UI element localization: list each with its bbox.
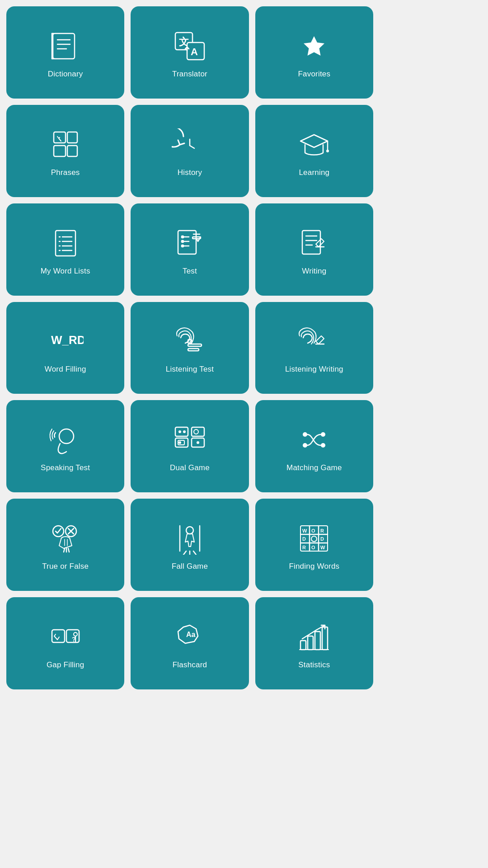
- favorites-label: Favorites: [298, 70, 330, 79]
- tile-favorites[interactable]: Favorites: [255, 6, 373, 99]
- svg-line-71: [183, 551, 186, 555]
- svg-rect-97: [308, 636, 313, 650]
- tile-translator[interactable]: 文 A Translator: [131, 6, 249, 99]
- svg-rect-50: [175, 438, 188, 447]
- svg-rect-96: [300, 641, 306, 650]
- learning-icon: [294, 127, 334, 163]
- flashcard-label: Flashcard: [173, 660, 207, 670]
- speaking-test-label: Speaking Test: [41, 463, 90, 472]
- svg-rect-44: [188, 344, 202, 346]
- svg-text:W_RD: W_RD: [51, 333, 84, 347]
- statistics-icon: [294, 619, 334, 655]
- svg-rect-13: [54, 146, 66, 156]
- tile-my-word-lists[interactable]: My Word Lists: [6, 203, 124, 296]
- svg-text:?: ?: [72, 636, 76, 643]
- svg-text:R: R: [302, 545, 306, 550]
- svg-text:O: O: [311, 545, 315, 550]
- svg-rect-15: [67, 146, 77, 156]
- history-label: History: [178, 168, 202, 177]
- tile-fall-game[interactable]: Fall Game: [131, 499, 249, 591]
- svg-text:R: R: [320, 528, 324, 533]
- dictionary-label: Dictionary: [48, 70, 83, 79]
- matching-game-label: Matching Game: [286, 463, 342, 472]
- tile-true-or-false[interactable]: True or False: [6, 499, 124, 591]
- tile-listening-writing[interactable]: Listening Writing: [255, 302, 373, 394]
- tile-test[interactable]: Test: [131, 203, 249, 296]
- svg-rect-14: [67, 132, 77, 143]
- tile-dictionary[interactable]: Dictionary: [6, 6, 124, 99]
- svg-text:W: W: [320, 545, 325, 550]
- tile-speaking-test[interactable]: Speaking Test: [6, 400, 124, 492]
- true-or-false-icon: [45, 520, 86, 557]
- svg-line-69: [68, 548, 69, 552]
- matching-game-icon: [294, 422, 334, 458]
- svg-rect-46: [188, 340, 192, 343]
- tile-writing[interactable]: Writing: [255, 203, 373, 296]
- dual-game-icon: [169, 422, 210, 458]
- svg-rect-45: [188, 349, 199, 351]
- fall-game-icon: [169, 520, 210, 557]
- tile-matching-game[interactable]: Matching Game: [255, 400, 373, 492]
- tile-flashcard[interactable]: Aa Flashcard: [131, 597, 249, 689]
- tile-word-filling[interactable]: W_RD Word Filling: [6, 302, 124, 394]
- my-word-lists-label: My Word Lists: [41, 267, 90, 276]
- svg-rect-20: [56, 231, 75, 256]
- dictionary-icon: [45, 28, 86, 64]
- svg-rect-0: [53, 33, 75, 59]
- gap-filling-icon: ?: [45, 619, 86, 655]
- word-filling-label: Word Filling: [45, 365, 86, 374]
- fall-game-label: Fall Game: [172, 562, 208, 571]
- svg-rect-49: [175, 427, 188, 436]
- listening-writing-label: Listening Writing: [285, 365, 343, 374]
- svg-text:W: W: [302, 528, 307, 533]
- tile-statistics[interactable]: Statistics: [255, 597, 373, 689]
- svg-point-61: [321, 432, 325, 437]
- svg-point-62: [321, 443, 325, 448]
- svg-point-60: [303, 443, 307, 448]
- svg-line-67: [64, 548, 65, 552]
- tile-history[interactable]: History: [131, 105, 249, 197]
- phrases-icon: [45, 127, 86, 163]
- dual-game-label: Dual Game: [170, 463, 210, 472]
- svg-point-53: [178, 430, 181, 433]
- svg-text:D: D: [302, 536, 306, 542]
- tile-phrases[interactable]: Phrases: [6, 105, 124, 197]
- listening-test-label: Listening Test: [166, 365, 214, 374]
- svg-point-85: [311, 536, 317, 542]
- listening-test-icon: [169, 323, 210, 359]
- learning-label: Learning: [299, 168, 329, 177]
- svg-point-55: [178, 441, 181, 444]
- svg-point-54: [183, 430, 186, 433]
- svg-text:D: D: [320, 536, 324, 542]
- favorites-icon: [294, 28, 334, 64]
- svg-rect-98: [315, 632, 320, 650]
- svg-point-70: [186, 527, 193, 534]
- svg-rect-99: [322, 627, 328, 650]
- tile-listening-test[interactable]: Listening Test: [131, 302, 249, 394]
- app-grid: Dictionary 文 A Translator Favorites: [0, 0, 380, 696]
- svg-text:Aa: Aa: [186, 631, 196, 638]
- true-or-false-label: True or False: [42, 562, 89, 571]
- svg-line-73: [193, 551, 196, 555]
- tile-dual-game[interactable]: Dual Game: [131, 400, 249, 492]
- translator-label: Translator: [172, 70, 207, 79]
- tile-finding-words[interactable]: W O R D D R O W Finding Words: [255, 499, 373, 591]
- tile-gap-filling[interactable]: ? Gap Filling: [6, 597, 124, 689]
- svg-point-57: [194, 429, 198, 434]
- test-label: Test: [183, 267, 197, 276]
- listening-writing-icon: [294, 323, 334, 359]
- tile-learning[interactable]: Learning: [255, 105, 373, 197]
- test-icon: [169, 225, 210, 261]
- history-icon: [169, 127, 210, 163]
- svg-point-58: [197, 441, 199, 444]
- finding-words-label: Finding Words: [289, 562, 339, 571]
- phrases-label: Phrases: [51, 168, 80, 177]
- translator-icon: 文 A: [169, 28, 210, 64]
- statistics-label: Statistics: [298, 660, 330, 670]
- flashcard-icon: Aa: [169, 619, 210, 655]
- svg-text:O: O: [311, 528, 315, 533]
- svg-text:A: A: [191, 46, 198, 57]
- my-word-lists-icon: [45, 225, 86, 261]
- gap-filling-label: Gap Filling: [47, 660, 84, 670]
- writing-label: Writing: [302, 267, 326, 276]
